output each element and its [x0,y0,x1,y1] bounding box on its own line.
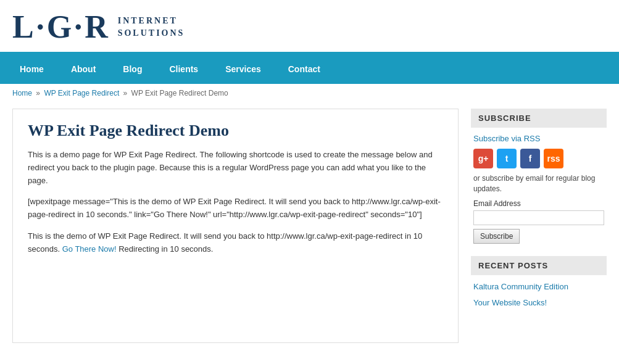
logo-line2: SOLUTIONS [118,27,185,39]
go-there-link[interactable]: Go There Now! [62,244,117,254]
breadcrumb-current: WP Exit Page Redirect Demo [131,89,228,97]
main-content: WP Exit Page Redirect Demo This is a dem… [12,109,459,343]
sidebar: SUBSCRIBE Subscribe via RSS g+ t f rss o… [471,109,607,343]
subscribe-section: SUBSCRIBE Subscribe via RSS g+ t f rss o… [471,109,607,244]
rss-icon[interactable]: rss [544,149,563,168]
nav-item-about[interactable]: About [57,54,109,84]
breadcrumb-home[interactable]: Home [12,89,32,97]
rss-link[interactable]: Subscribe via RSS [473,134,540,143]
email-input[interactable] [473,210,604,225]
breadcrumb-sep1: » [36,89,40,97]
breadcrumb: Home » WP Exit Page Redirect » WP Exit P… [0,84,619,102]
subscribe-text: or subscribe by email for regular blog u… [473,173,604,194]
recent-posts-list: Kaltura Community Edition Your Website S… [473,281,604,308]
breadcrumb-sep2: » [123,89,128,97]
nav-list: Home About Blog Clients Services Contact [6,54,613,84]
logo[interactable]: L·G·R INTERNET SOLUTIONS [12,11,185,43]
nav-link-blog[interactable]: Blog [109,54,156,84]
recent-post-link-1[interactable]: Kaltura Community Edition [473,282,568,291]
paragraph2-redirecting: Redirecting in 10 seconds. [118,244,213,254]
nav-link-about[interactable]: About [57,54,109,84]
nav-link-home[interactable]: Home [6,54,57,84]
email-label: Email Address [473,199,604,208]
logo-line1: INTERNET [118,15,185,27]
shortcode-block: [wpexitpage message="This is the demo of… [28,196,443,221]
recent-post-link-2[interactable]: Your Website Sucks! [473,298,547,307]
logo-tagline: INTERNET SOLUTIONS [118,15,185,39]
nav-item-blog[interactable]: Blog [109,54,156,84]
main-wrapper: WP Exit Page Redirect Demo This is a dem… [0,102,619,355]
list-item: Your Website Sucks! [473,297,604,308]
breadcrumb-link2[interactable]: WP Exit Page Redirect [44,89,119,97]
nav-item-home[interactable]: Home [6,54,57,84]
subscribe-content: Subscribe via RSS g+ t f rss or subscrib… [471,134,607,244]
recent-posts-title: RECENT POSTS [471,256,607,275]
nav-item-contact[interactable]: Contact [275,54,334,84]
content-paragraph1: This is a demo page for WP Exit Page Red… [28,149,443,187]
page-title: WP Exit Page Redirect Demo [28,122,443,140]
facebook-icon[interactable]: f [520,149,540,168]
google-plus-icon[interactable]: g+ [473,149,493,168]
subscribe-title: SUBSCRIBE [471,109,607,128]
content-paragraph2: This is the demo of WP Exit Page Redirec… [28,230,443,256]
recent-posts-section: RECENT POSTS Kaltura Community Edition Y… [471,256,607,308]
nav-link-clients[interactable]: Clients [156,54,212,84]
nav-item-clients[interactable]: Clients [156,54,212,84]
recent-posts-content: Kaltura Community Edition Your Website S… [471,281,607,308]
logo-letters: L·G·R [12,11,110,43]
list-item: Kaltura Community Edition [473,281,604,292]
nav-item-services[interactable]: Services [212,54,275,84]
site-header: L·G·R INTERNET SOLUTIONS [0,0,619,54]
subscribe-button[interactable]: Subscribe [473,229,520,244]
nav-link-services[interactable]: Services [212,54,275,84]
nav-link-contact[interactable]: Contact [275,54,334,84]
twitter-icon[interactable]: t [497,149,517,168]
main-nav: Home About Blog Clients Services Contact [0,54,619,84]
social-icons-row: g+ t f rss [473,149,604,168]
